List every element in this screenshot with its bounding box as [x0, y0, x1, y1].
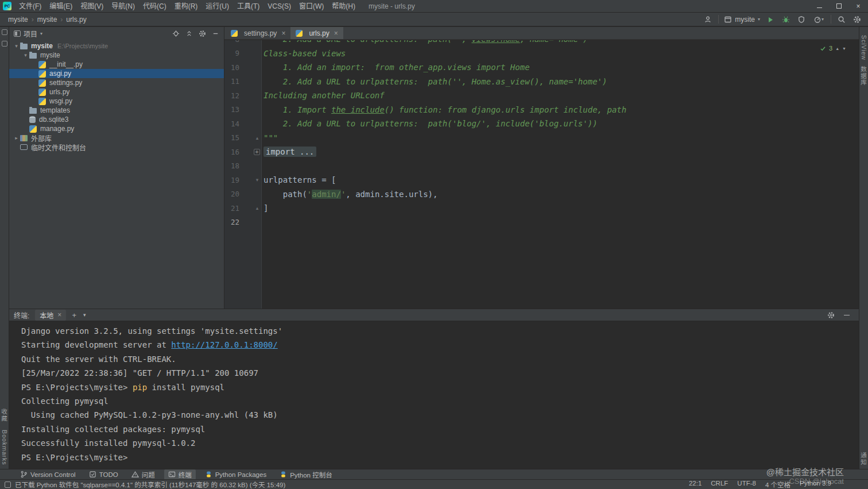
fold-marker-icon[interactable]: + [254, 149, 260, 155]
collapse-all-icon[interactable] [185, 30, 193, 37]
fold-marker-icon[interactable]: ▾ [252, 177, 262, 183]
tree-item[interactable]: __init__.py [9, 60, 224, 69]
toolwindow-bar: Version ControlTODO问题终端Python PackagesPy… [0, 469, 868, 479]
coverage-button[interactable] [796, 14, 807, 25]
gutter-cell: 15▴ [224, 131, 262, 145]
py-icon [38, 70, 46, 78]
project-stripe-icon[interactable] [2, 29, 7, 35]
settings-button[interactable] [852, 14, 862, 25]
tree-item[interactable]: settings.py [9, 78, 224, 87]
line-number: 20 [224, 190, 239, 198]
stripe-item[interactable]: 通知 [859, 452, 868, 465]
fold-marker-icon[interactable]: ▴ [252, 135, 262, 141]
status-segment[interactable]: 22:1 [689, 480, 702, 489]
breadcrumb-item[interactable]: mysite [35, 16, 60, 24]
tree-item[interactable]: templates [9, 106, 224, 115]
menu-item[interactable]: 帮助(H) [328, 0, 359, 13]
gear-icon[interactable] [199, 30, 206, 37]
toolwindow-button[interactable]: 问题 [127, 469, 159, 480]
stripe-item[interactable]: 数据库 [859, 66, 868, 86]
menu-item[interactable]: 视图(V) [76, 0, 107, 13]
profiler-button[interactable]: ▾ [812, 14, 826, 25]
gear-icon[interactable] [827, 311, 835, 319]
hide-panel-icon[interactable] [212, 30, 219, 37]
terminal-dropdown-icon[interactable]: ▾ [82, 312, 87, 318]
breadcrumb-item[interactable]: urls.py [64, 16, 88, 24]
tree-chevron-icon[interactable]: ▾ [13, 43, 20, 49]
breadcrumb-item[interactable]: mysite [6, 16, 30, 24]
close-tab-icon[interactable]: × [334, 29, 338, 37]
terminal-text: Using cached PyMySQL-1.0.2-py3-none-any.… [21, 410, 278, 419]
run-configuration-selector[interactable]: mysite ▾ [724, 16, 760, 24]
toolwindow-button[interactable]: TODO [85, 470, 122, 479]
editor-tab[interactable]: urls.py× [290, 27, 343, 39]
stripe-item[interactable]: 收藏 [0, 409, 9, 422]
tree-item[interactable]: ▸外部库 [9, 133, 224, 143]
prev-problem-icon[interactable]: ▲ [835, 47, 839, 51]
gear-icon [853, 16, 861, 24]
menu-item[interactable]: VCS(S) [264, 0, 295, 13]
next-problem-icon[interactable]: ▼ [842, 47, 846, 51]
fold-marker-icon[interactable]: ▴ [252, 205, 262, 211]
tree-item[interactable]: ▾mysite [9, 51, 224, 60]
status-segment[interactable]: CRLF [711, 480, 728, 489]
search-everywhere-button[interactable] [836, 14, 847, 25]
menu-item[interactable]: 文件(F) [15, 0, 45, 13]
code-line: 21▴] [224, 201, 859, 215]
hide-terminal-icon[interactable] [844, 314, 850, 315]
stripe-item[interactable]: SciView [861, 35, 867, 60]
tree-item[interactable]: ▾mysiteE:\Projects\mysite [9, 41, 224, 51]
toolwindow-button[interactable]: Version Control [16, 470, 80, 479]
close-button[interactable]: × [848, 0, 868, 13]
toolwindow-button[interactable]: Python 控制台 [276, 469, 336, 480]
menu-item[interactable]: 编辑(E) [45, 0, 76, 13]
event-log-icon[interactable] [5, 482, 11, 488]
close-tab-icon[interactable]: × [57, 311, 61, 319]
inspections-widget[interactable]: 3 ▲ ▼ [820, 45, 846, 52]
left-tool-stripe: 收藏Bookmarks [0, 27, 9, 469]
menu-bar: 文件(F)编辑(E)视图(V)导航(N)代码(C)重构(R)运行(U)工具(T)… [15, 0, 359, 13]
status-segment[interactable]: Python 3.9 [800, 480, 831, 489]
editor-body[interactable]: 8 2. Add a URL to urlpatterns: path('', … [224, 40, 859, 309]
window-title: mysite - urls.py [369, 2, 415, 10]
toolwindow-button[interactable]: Python Packages [201, 470, 271, 479]
tree-item[interactable]: manage.py [9, 124, 224, 133]
tree-chevron-icon[interactable]: ▸ [13, 135, 20, 141]
maximize-button[interactable] [829, 0, 848, 13]
menu-item[interactable]: 窗口(W) [295, 0, 328, 13]
status-segment[interactable]: UTF-8 [737, 480, 756, 489]
close-tab-icon[interactable]: × [281, 29, 285, 37]
terminal-output[interactable]: Django version 3.2.5, using settings 'my… [9, 321, 859, 469]
tree-item[interactable]: 临时文件和控制台 [9, 143, 224, 152]
terminal-panel-title: 终端: [14, 310, 29, 320]
python-file-icon [296, 30, 303, 37]
stripe-item[interactable]: Bookmarks [1, 430, 8, 465]
terminal-tab-local[interactable]: 本地 × [35, 310, 66, 321]
locate-file-icon[interactable] [172, 30, 180, 37]
menu-item[interactable]: 重构(R) [170, 0, 202, 13]
code-with-me-button[interactable] [703, 14, 713, 25]
editor-tab[interactable]: settings.py× [226, 27, 290, 39]
menu-item[interactable]: 运行(U) [202, 0, 233, 13]
minimize-button[interactable] [809, 0, 829, 13]
status-segment[interactable]: 4 个空格 [765, 480, 790, 489]
new-terminal-session-button[interactable]: + [69, 311, 79, 319]
toolwindow-button[interactable]: 终端 [164, 469, 196, 480]
tree-item[interactable]: db.sqlite3 [9, 115, 224, 124]
tree-item[interactable]: asgi.py [9, 69, 224, 78]
chevron-down-icon: ▾ [822, 17, 824, 22]
run-button[interactable] [765, 14, 776, 25]
structure-stripe-icon[interactable] [2, 41, 7, 47]
debug-button[interactable] [781, 14, 791, 25]
tree-item[interactable]: wsgi.py [9, 97, 224, 106]
tree-item[interactable]: urls.py [9, 87, 224, 97]
menu-item[interactable]: 工具(T) [233, 0, 264, 13]
menu-item[interactable]: 代码(C) [139, 0, 170, 13]
tree-chevron-icon[interactable]: ▾ [22, 52, 29, 58]
gutter-cell: 21▴ [224, 201, 262, 215]
gutter-cell: 8 [224, 40, 262, 47]
menu-item[interactable]: 导航(N) [107, 0, 139, 13]
project-panel-title[interactable]: 项目 [24, 29, 37, 38]
code-line: 20 path('admin/', admin.site.urls), [224, 187, 859, 202]
terminal-link[interactable]: http://127.0.0.1:8000/ [171, 340, 277, 349]
